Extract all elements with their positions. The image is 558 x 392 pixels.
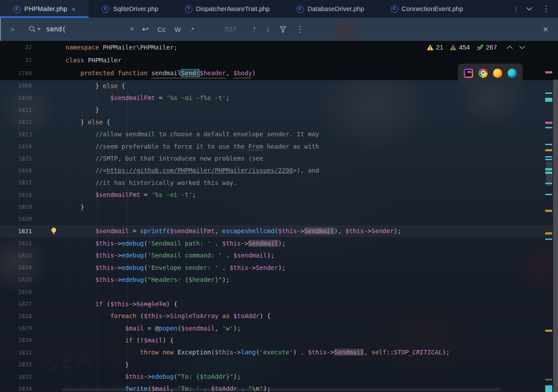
close-find-bar-icon[interactable]: ×: [543, 24, 548, 35]
code-line[interactable]: 1827 if ($this->SingleTo) {: [0, 298, 558, 310]
code-line[interactable]: 1815 //SMTP, but that introduces new pro…: [0, 152, 558, 164]
code-line[interactable]: 1811 }: [0, 104, 558, 116]
stripe-marker[interactable]: [545, 127, 552, 128]
line-number[interactable]: 1818: [0, 192, 32, 198]
stripe-marker[interactable]: [545, 92, 552, 94]
code-line[interactable]: 1818 $sendmailFmt = '%s -oi -t';: [0, 189, 558, 201]
tab-databasedriver[interactable]: C DatabaseDriver.php: [283, 0, 377, 18]
line-number[interactable]: 1811: [0, 107, 32, 113]
line-number[interactable]: 1822: [0, 240, 32, 246]
stripe-marker[interactable]: [545, 159, 552, 160]
horizontal-scrollbar-thumb[interactable]: [62, 388, 500, 391]
code-line[interactable]: 1810 $sendmailFmt = '%s -oi -f%s -t';: [0, 92, 558, 104]
clear-search-icon[interactable]: ×: [130, 25, 134, 34]
previous-problem-chevron-icon[interactable]: [507, 46, 513, 49]
tab-phpmailer[interactable]: C PHPMailer.php ×: [0, 0, 89, 18]
search-icon[interactable]: [28, 25, 41, 33]
inspections-widget[interactable]: 21 454 267: [427, 43, 525, 51]
kebab-menu-icon[interactable]: ⋮: [541, 4, 551, 14]
code-line[interactable]: 1819 }: [0, 201, 558, 213]
next-problem-chevron-icon[interactable]: [519, 46, 525, 49]
match-case-toggle[interactable]: Cc: [158, 26, 165, 33]
code-line[interactable]: 1825 $this->edebug("Headers: {$header}")…: [0, 273, 558, 285]
line-number[interactable]: 1816: [0, 167, 32, 174]
search-options-kebab-icon[interactable]: ⋮: [296, 24, 304, 34]
close-icon[interactable]: ×: [72, 5, 76, 13]
line-number[interactable]: 1832: [0, 361, 32, 368]
stripe-marker[interactable]: [545, 168, 552, 170]
line-number[interactable]: 1825: [0, 276, 32, 283]
line-number[interactable]: 1784: [0, 70, 32, 77]
stripe-marker[interactable]: [545, 172, 552, 174]
stripe-marker[interactable]: [545, 330, 552, 332]
tab-connectionevent[interactable]: C ConnectionEvent.php: [377, 0, 477, 18]
stripe-marker[interactable]: [545, 194, 552, 195]
stripe-marker[interactable]: [545, 144, 552, 145]
chevron-down-icon[interactable]: [524, 4, 534, 14]
line-number[interactable]: 1826: [0, 288, 32, 295]
line-number[interactable]: 1814: [0, 143, 32, 150]
code-line[interactable]: 1829 $mail = @popen($sendmail, 'w');: [0, 322, 558, 334]
expand-replace-icon[interactable]: >: [8, 26, 17, 33]
code-line[interactable]: 1823 $this->edebug('Sendmail command: ' …: [0, 249, 558, 261]
code-line[interactable]: 1812 } else {: [0, 116, 558, 128]
phpstorm-icon[interactable]: PS: [464, 69, 473, 78]
code-line[interactable]: 1830 if (!$mail) {: [0, 334, 558, 346]
stripe-marker[interactable]: [545, 238, 552, 240]
line-number[interactable]: 1824: [0, 264, 32, 271]
regex-toggle[interactable]: .*: [190, 26, 194, 33]
code-line[interactable]: 1824 $this->edebug('Envelope sender: ' .…: [0, 261, 558, 273]
previous-occurrence-icon[interactable]: ↑: [253, 25, 257, 34]
code-line[interactable]: 1826: [0, 286, 558, 298]
stripe-marker[interactable]: [545, 149, 552, 151]
code-line[interactable]: 1816 //<https://github.com/PHPMailer/PHP…: [0, 165, 558, 177]
line-number[interactable]: 1828: [0, 313, 32, 319]
stripe-marker[interactable]: [545, 232, 552, 234]
line-number[interactable]: 1809: [0, 82, 32, 89]
code-line[interactable]: 1814 //seem preferable to force it to us…: [0, 140, 558, 152]
code-area[interactable]: 1809 } else {1810 $sendmailFmt = '%s -oi…: [0, 80, 558, 392]
stripe-marker[interactable]: [545, 210, 552, 212]
line-number[interactable]: 1831: [0, 349, 32, 356]
multiline-toggle-icon[interactable]: ↩: [142, 24, 149, 34]
firefox-icon[interactable]: [493, 69, 502, 78]
intention-bulb-icon[interactable]: [50, 227, 57, 235]
line-number[interactable]: 1834: [0, 385, 32, 392]
line-number[interactable]: 1823: [0, 252, 32, 259]
edge-icon[interactable]: [508, 69, 517, 78]
code-line[interactable]: 1822 $this->edebug('Sendmail path: ' . $…: [0, 237, 558, 249]
code-line[interactable]: 1821 $sendmail = sprintf($sendmailFmt, e…: [0, 225, 558, 237]
code-line[interactable]: 1820: [0, 213, 558, 225]
code-line[interactable]: 1813 //allow sendmail to choose a defaul…: [0, 128, 558, 140]
tab-sqlitedriver[interactable]: C SqliteDriver.php: [89, 0, 171, 18]
stripe-marker[interactable]: [545, 379, 552, 380]
chrome-icon[interactable]: [478, 69, 488, 78]
line-number[interactable]: 1815: [0, 155, 32, 162]
filter-icon[interactable]: [280, 26, 286, 33]
line-number[interactable]: 1819: [0, 204, 32, 210]
stripe-marker[interactable]: [545, 183, 552, 184]
line-number[interactable]: 1833: [0, 373, 32, 380]
tab-dispatcherawaretrait[interactable]: T DispatcherAwareTrait.php: [172, 0, 283, 18]
stripe-marker[interactable]: [545, 122, 552, 124]
line-number[interactable]: 1812: [0, 119, 32, 125]
line-number[interactable]: 32: [0, 57, 32, 63]
code-line[interactable]: 1817 //it has historically worked this w…: [0, 177, 558, 188]
line-number[interactable]: 1830: [0, 337, 32, 343]
words-toggle[interactable]: W: [174, 26, 181, 33]
code-line[interactable]: 1831 throw new Exception($this->lang('ex…: [0, 346, 558, 358]
line-number[interactable]: 1810: [0, 95, 32, 101]
stripe-marker[interactable]: [545, 98, 552, 102]
line-number[interactable]: 1827: [0, 300, 32, 307]
stripe-marker[interactable]: [545, 71, 552, 73]
line-number[interactable]: 22: [0, 44, 32, 50]
code-line[interactable]: 1833 $this->edebug("To: {$toAddr}");: [0, 370, 558, 382]
line-number[interactable]: 1821: [0, 228, 32, 234]
line-number[interactable]: 1829: [0, 325, 32, 331]
code-line[interactable]: 1828 foreach ($this->SingleToArray as $t…: [0, 310, 558, 322]
line-number[interactable]: 1820: [0, 215, 32, 222]
code-line[interactable]: 1832 }: [0, 358, 558, 370]
search-input[interactable]: [45, 25, 129, 34]
line-number[interactable]: 1813: [0, 131, 32, 138]
next-occurrence-icon[interactable]: ↓: [266, 25, 270, 34]
